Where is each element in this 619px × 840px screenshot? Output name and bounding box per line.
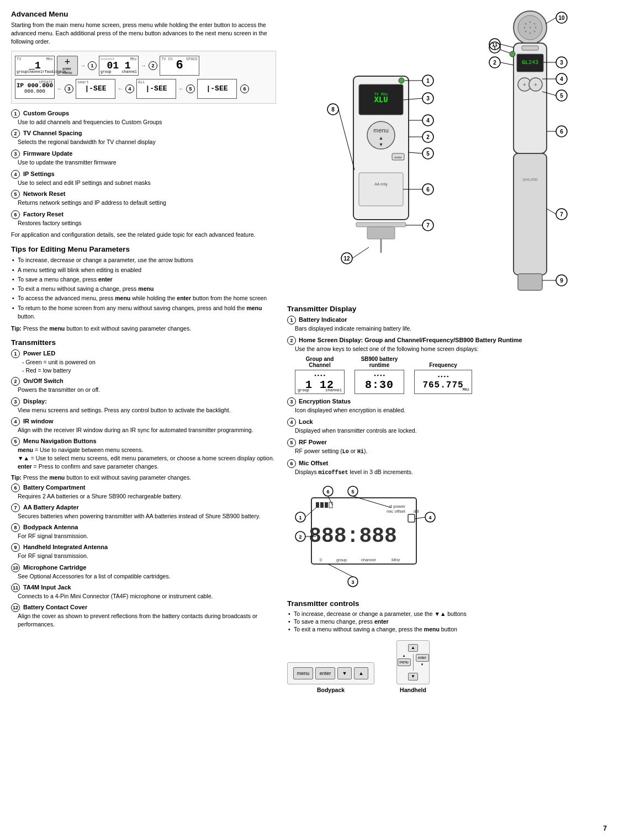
hh-enter-btn[interactable]: enter: [416, 654, 429, 662]
svg-text:10: 10: [558, 15, 565, 21]
svg-text:8: 8: [331, 107, 335, 113]
svg-text:0: 0: [320, 557, 322, 562]
tx-item-nav: 5 Menu Navigation Buttons menu = Use to …: [11, 437, 276, 471]
advanced-menu-section: Advanced Menu Starting from the main men…: [11, 10, 276, 238]
menu-screen-7: |-SEE: [197, 79, 237, 99]
tip-note: Tip: Press the menu button to exit witho…: [11, 325, 276, 332]
handheld-controls-group: ▲ ▲ menu enter ▼: [396, 640, 430, 693]
svg-point-16: [399, 78, 404, 83]
svg-rect-0: [287, 10, 596, 297]
circle-3: 3: [65, 84, 73, 93]
svg-text:9: 9: [560, 278, 563, 284]
bodypack-up-btn[interactable]: ▲: [354, 667, 368, 679]
adv-footer-note: For application and configuration detail…: [11, 231, 276, 239]
tips-list: To increase, decrease or change a parame…: [11, 256, 276, 321]
tip-item-4: To exit a menu without saving a change, …: [11, 285, 276, 293]
svg-text:6: 6: [326, 489, 329, 495]
td-item-battery: 1 Battery Indicator Bars displayed indic…: [287, 316, 608, 333]
bodypack-controls-group: menu enter ▼ ▲ Bodypack: [287, 662, 374, 693]
svg-text:2: 2: [299, 534, 301, 540]
svg-text:7: 7: [560, 211, 563, 217]
svg-text:rf power: rf power: [389, 504, 405, 509]
menu-screen-5: smart |-SEE: [76, 79, 115, 99]
tip-item-5: To access the advanced menu, press menu …: [11, 294, 276, 302]
bodypack-up-icon: ▲: [359, 671, 364, 676]
txc-item-1: To increase, decrease or change a parame…: [287, 610, 608, 617]
svg-text:1: 1: [426, 78, 430, 84]
menu-diagram-row2: UPDATE IP 000.000 000.000 ← 3 smart |-SE…: [15, 79, 272, 99]
tx-item-battery-cover: 12 Battery Contact Cover Align the cover…: [11, 603, 276, 629]
arrow3: ←: [57, 86, 62, 92]
td-item-lock: 4 Lock Displayed when transmitter contro…: [287, 418, 608, 435]
tx-item-ir: 4 IR window Align with the receiver IR w…: [11, 417, 276, 434]
svg-text:1: 1: [299, 515, 301, 520]
svg-point-96: [510, 51, 515, 57]
svg-text:dB: dB: [414, 509, 419, 514]
svg-rect-13: [356, 222, 406, 227]
td-item-homescreen: 2 Home Screen Display: Group and Channel…: [287, 336, 608, 395]
menu-diagram-row1: TV MHz _1 groupchannelrfaudiogain + ente…: [15, 56, 272, 76]
hh-down-btn[interactable]: ▼: [408, 673, 418, 680]
adv-item-5: 5 Network Reset Returns network settings…: [11, 190, 276, 207]
svg-line-129: [328, 564, 353, 577]
svg-point-47: [530, 22, 531, 23]
svg-point-52: [525, 31, 527, 33]
tx-item-display: 3 Display: View menu screens and setting…: [11, 397, 276, 414]
svg-point-48: [534, 23, 536, 25]
adv-item-4: 4 IP Settings Use to select and edit IP …: [11, 170, 276, 187]
tx-item-hh-ant: 9 Handheld Integrated Antenna For RF sig…: [11, 543, 276, 560]
svg-text:+: +: [523, 82, 526, 88]
hsd-sb900-battery: SB900 batteryruntime ▪▪▪▪ 8:30: [355, 356, 404, 394]
handheld-button-panel: ▲ ▲ menu enter ▼: [396, 640, 430, 684]
menu-screen-4: UPDATE IP 000.000 000.000: [15, 79, 55, 99]
adv-item-3: 3 Firmware Update Use to update the tran…: [11, 150, 276, 167]
txd-display-diagram: rf power mic offset dB 888:888 0 group c…: [295, 481, 449, 592]
td-item-encryption: 3 Encryption Status Icon displayed when …: [287, 397, 608, 414]
svg-rect-57: [522, 46, 538, 50]
svg-text:mic offset: mic offset: [387, 509, 406, 514]
transmitter-display-section: Transmitter Display 1 Battery Indicator …: [287, 305, 608, 592]
transmitter-display-title: Transmitter Display: [287, 305, 608, 313]
txc-item-3: To exit a menu without saving a change, …: [287, 626, 608, 632]
svg-text:2: 2: [426, 134, 430, 140]
transmitter-diagram-area: XLU TV MHz menu ▲ ▼ enter AA only: [287, 10, 608, 297]
bodypack-down-btn[interactable]: ▼: [337, 667, 352, 679]
transmitter-controls-section: Transmitter controls To increase, decrea…: [287, 599, 608, 693]
svg-rect-102: [329, 502, 332, 508]
hsd-frequency: Frequency ▪▪▪▪ 765.775 MHz: [414, 362, 472, 394]
bodypack-button-bar: menu enter ▼ ▲: [287, 662, 374, 684]
menu-screen-6: ALL |-SEE: [136, 79, 176, 99]
tx-item-power-led: 1 Power LED - Green = unit is powered on…: [11, 349, 276, 374]
svg-text:menu: menu: [373, 127, 389, 134]
svg-text:1: 1: [493, 45, 496, 51]
svg-point-51: [535, 27, 537, 29]
svg-text:3: 3: [560, 60, 563, 66]
hsd-group-channel: Group andChannel ▪▪▪▪ 1 12 groupchannel: [295, 356, 345, 394]
svg-text:SHURE: SHURE: [522, 177, 538, 182]
left-column: Advanced Menu Starting from the main men…: [11, 10, 276, 830]
svg-text:MHz: MHz: [391, 557, 400, 562]
hh-up-btn[interactable]: ▲: [408, 644, 418, 652]
svg-rect-99: [316, 502, 319, 508]
svg-text:888:888: 888:888: [309, 524, 397, 548]
svg-text:GL243: GL243: [522, 60, 538, 66]
svg-rect-101: [325, 502, 328, 508]
transmitters-section: Transmitters 1 Power LED - Green = unit …: [11, 338, 276, 629]
tip-item-3: To save a menu change, press enter: [11, 275, 276, 284]
svg-text:3: 3: [351, 580, 354, 585]
circle-1: 1: [88, 61, 97, 70]
circle-5: 5: [186, 84, 195, 93]
arrow5: ←: [178, 86, 184, 92]
svg-text:3: 3: [426, 95, 430, 102]
svg-rect-14: [367, 227, 395, 239]
page-number: 7: [603, 825, 607, 832]
bodypack-enter-btn[interactable]: enter: [315, 667, 335, 679]
circle-4: 4: [125, 84, 134, 93]
hh-menu-btn[interactable]: menu: [398, 658, 411, 666]
tx-controls-title: Transmitter controls: [287, 599, 608, 608]
bodypack-menu-btn[interactable]: menu: [293, 667, 313, 679]
advanced-menu-description: Starting from the main menu home screen,…: [11, 21, 276, 46]
arrow1: →: [80, 62, 86, 68]
svg-text:6: 6: [426, 187, 430, 193]
svg-text:4: 4: [426, 118, 430, 124]
